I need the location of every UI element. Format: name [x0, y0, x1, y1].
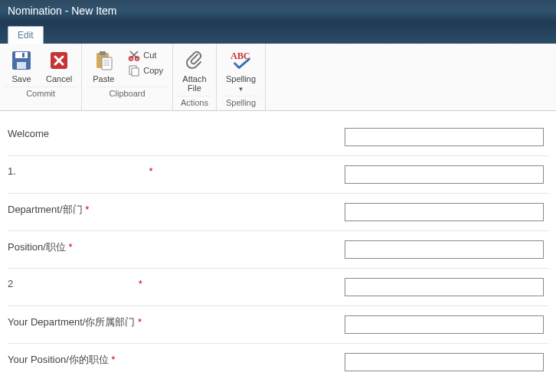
- window-title: Nomination - New Item: [8, 5, 116, 17]
- copy-icon: [128, 64, 140, 77]
- save-label: Save: [11, 74, 31, 83]
- window-titlebar: Nomination - New Item: [0, 0, 556, 21]
- field-label-1: 1. *: [8, 165, 345, 177]
- attach-file-button[interactable]: Attach File: [178, 47, 211, 94]
- group-spelling-label: Spelling: [221, 96, 260, 109]
- group-actions-label: Actions: [178, 96, 211, 109]
- form-area: Welcome 1. * Department/部门 * Position/职位…: [0, 111, 556, 388]
- tab-edit-label: Edit: [18, 30, 34, 41]
- ribbon-group-actions: Attach File Actions: [173, 44, 217, 110]
- paste-label: Paste: [93, 74, 114, 83]
- form-row: Your Position/你的职位 *: [8, 344, 548, 381]
- ribbon-group-spelling: ABC Spelling▼ Spelling: [217, 44, 266, 110]
- ribbon: Save Cancel Commit Paste: [0, 44, 556, 111]
- copy-label: Copy: [143, 66, 163, 75]
- field-label-welcome: Welcome: [8, 128, 345, 139]
- form-row: Position/职位 *: [8, 231, 548, 269]
- copy-button[interactable]: Copy: [125, 64, 166, 77]
- field-input-2[interactable]: [345, 278, 544, 296]
- cancel-label: Cancel: [46, 74, 72, 83]
- form-row: Welcome: [8, 119, 548, 156]
- form-row: 2 *: [8, 269, 548, 306]
- cancel-icon: [47, 48, 71, 73]
- field-label-your-position: Your Position/你的职位 *: [8, 353, 345, 367]
- cancel-button[interactable]: Cancel: [41, 47, 77, 85]
- tab-edit[interactable]: Edit: [8, 26, 44, 44]
- field-input-1[interactable]: [345, 165, 544, 184]
- form-row: Department/部门 *: [8, 194, 548, 231]
- attach-label: Attach File: [182, 74, 206, 93]
- spelling-label: Spelling▼: [226, 74, 256, 93]
- cut-icon: [128, 49, 140, 61]
- field-label-2: 2 *: [8, 278, 345, 289]
- field-label-your-department: Your Department/你所属部门 *: [8, 315, 345, 329]
- cut-label: Cut: [143, 51, 156, 60]
- svg-rect-6: [100, 51, 106, 55]
- field-label-position: Position/职位 *: [8, 240, 345, 254]
- svg-rect-14: [132, 68, 139, 76]
- paste-button[interactable]: Paste: [87, 47, 120, 85]
- field-label-department: Department/部门 *: [8, 203, 345, 217]
- group-commit-label: Commit: [5, 87, 77, 100]
- field-input-your-department[interactable]: [345, 315, 544, 334]
- field-input-position[interactable]: [345, 240, 544, 259]
- svg-rect-1: [15, 52, 28, 58]
- cut-button[interactable]: Cut: [125, 48, 159, 62]
- svg-rect-7: [102, 57, 112, 70]
- group-clipboard-label: Clipboard: [87, 87, 168, 100]
- attach-icon: [182, 48, 207, 73]
- svg-rect-2: [17, 62, 26, 69]
- dropdown-arrow-icon: ▼: [238, 86, 244, 93]
- field-input-department[interactable]: [345, 203, 544, 221]
- ribbon-group-clipboard: Paste Cut Copy Clipboard: [82, 44, 173, 110]
- form-row: 1. *: [8, 156, 548, 194]
- ribbon-group-commit: Save Cancel Commit: [0, 44, 82, 110]
- field-input-welcome[interactable]: [345, 128, 544, 146]
- svg-rect-3: [22, 53, 25, 57]
- paste-icon: [91, 48, 116, 73]
- save-icon: [9, 48, 34, 73]
- form-row: Your Department/你所属部门 *: [8, 306, 548, 344]
- ribbon-tabstrip: Edit: [0, 21, 556, 44]
- save-button[interactable]: Save: [5, 47, 38, 85]
- spelling-icon: ABC: [229, 48, 253, 73]
- spelling-button[interactable]: ABC Spelling▼: [221, 47, 260, 94]
- field-input-your-position[interactable]: [345, 353, 544, 371]
